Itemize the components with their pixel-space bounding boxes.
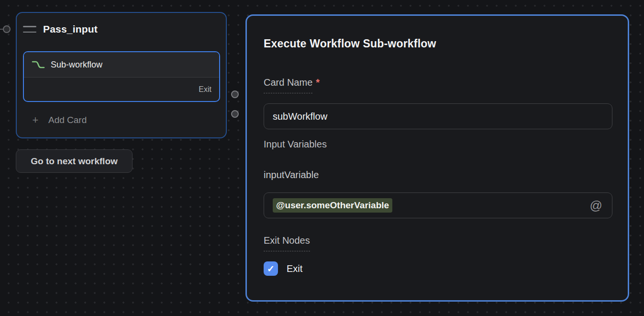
input-variable-input[interactable]: @user.someOtherVariable @ [264, 192, 612, 218]
card-name-input[interactable]: subWorkflow [264, 103, 612, 129]
exit-checkbox-row: ✓ Exit [264, 261, 302, 276]
node-header: Pass_input [23, 23, 218, 35]
card-name-label-row: Card Name* [264, 77, 320, 93]
required-marker: * [316, 77, 320, 88]
workflow-node-pass-input[interactable]: Pass_input Sub-workflow Exit + Add Card [16, 12, 227, 138]
plus-icon: + [30, 114, 41, 126]
exit-nodes-label-row: Exit Nodes [264, 235, 310, 251]
workflow-canvas[interactable]: Pass_input Sub-workflow Exit + Add Card … [0, 0, 644, 316]
drag-handle-icon[interactable] [23, 26, 37, 33]
input-variable-name-label: inputVariable [264, 169, 319, 181]
exit-checkbox[interactable]: ✓ [264, 261, 278, 276]
check-icon: ✓ [267, 264, 275, 273]
card-name-value: subWorkflow [273, 111, 327, 122]
variable-token[interactable]: @user.someOtherVariable [273, 198, 392, 213]
input-port[interactable] [3, 25, 11, 33]
exit-nodes-section-label: Exit Nodes [264, 235, 310, 251]
at-sign-icon[interactable]: @ [590, 198, 602, 213]
add-card-label: Add Card [48, 115, 87, 125]
go-to-next-workflow-label: Go to next workflow [31, 156, 118, 167]
card-title: Sub-workflow [51, 60, 102, 70]
card-title-row: Sub-workflow [24, 52, 219, 78]
node-title: Pass_input [43, 23, 98, 35]
panel-title: Execute Workflow Sub-workflow [264, 37, 436, 50]
sub-workflow-icon [32, 59, 46, 70]
execute-workflow-panel: Execute Workflow Sub-workflow Card Name*… [245, 14, 629, 302]
card-name-label: Card Name [264, 77, 312, 93]
input-variables-section-label: Input Variables [264, 139, 327, 150]
go-to-next-workflow-button[interactable]: Go to next workflow [16, 149, 133, 173]
add-card-button[interactable]: + Add Card [30, 113, 87, 128]
card-exit-label[interactable]: Exit [199, 85, 211, 94]
exit-checkbox-label: Exit [287, 263, 302, 274]
output-port-top[interactable] [231, 90, 239, 98]
output-port-bottom[interactable] [231, 110, 239, 118]
card-exit-row: Exit [24, 78, 219, 102]
sub-workflow-card[interactable]: Sub-workflow Exit [23, 51, 220, 102]
